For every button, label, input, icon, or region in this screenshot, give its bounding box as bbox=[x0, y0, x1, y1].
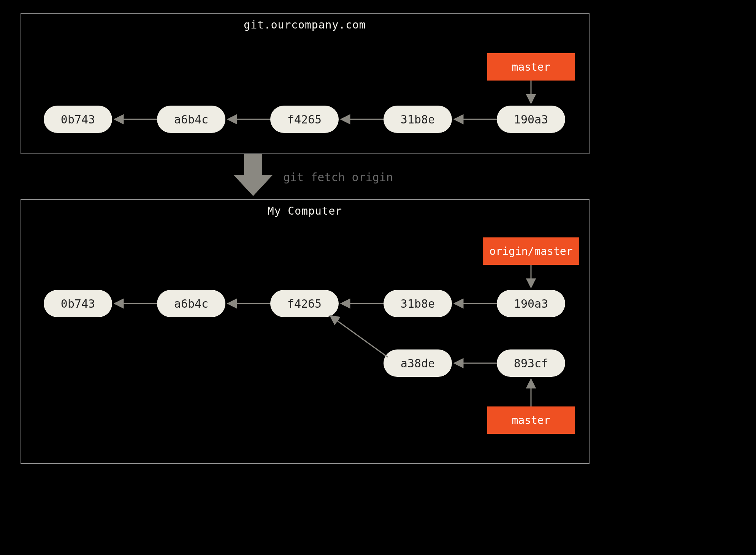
remote-commit-2: f4265 bbox=[270, 106, 339, 133]
svg-text:31b8e: 31b8e bbox=[401, 297, 435, 310]
svg-text:master: master bbox=[512, 61, 550, 73]
svg-text:893cf: 893cf bbox=[514, 357, 548, 370]
local-branch-origin-master: origin/master bbox=[483, 237, 579, 265]
local-commit-top-2: f4265 bbox=[270, 290, 339, 317]
svg-text:f4265: f4265 bbox=[287, 113, 322, 126]
remote-commit-4: 190a3 bbox=[497, 106, 565, 133]
local-commit-top-0: 0b743 bbox=[44, 290, 112, 317]
svg-text:a38de: a38de bbox=[401, 357, 435, 370]
local-commit-bottom-1: 893cf bbox=[497, 349, 565, 377]
local-branch-master: master bbox=[487, 406, 575, 434]
svg-text:31b8e: 31b8e bbox=[401, 113, 435, 126]
remote-title: git.ourcompany.com bbox=[244, 19, 366, 31]
remote-commit-1: a6b4c bbox=[157, 106, 225, 133]
svg-text:master: master bbox=[512, 414, 550, 427]
local-title: My Computer bbox=[268, 205, 342, 217]
local-panel: My Computer origin/master 0b743 a6b4c f4… bbox=[21, 199, 589, 463]
svg-text:190a3: 190a3 bbox=[514, 297, 548, 310]
svg-text:0b743: 0b743 bbox=[61, 297, 95, 310]
svg-text:0b743: 0b743 bbox=[61, 113, 95, 126]
local-commit-top-4: 190a3 bbox=[497, 290, 565, 317]
remote-commit-3: 31b8e bbox=[384, 106, 452, 133]
fetch-command-label: git fetch origin bbox=[283, 171, 393, 184]
local-commit-top-3: 31b8e bbox=[384, 290, 452, 317]
local-commit-bottom-0: a38de bbox=[384, 349, 452, 377]
local-commit-top-1: a6b4c bbox=[157, 290, 225, 317]
svg-text:190a3: 190a3 bbox=[514, 113, 548, 126]
remote-panel: git.ourcompany.com master 0b743 a6b4c f4… bbox=[21, 13, 589, 154]
fetch-arrow-icon bbox=[233, 154, 273, 196]
remote-branch-master: master bbox=[487, 53, 575, 81]
local-arrow-b0-top2 bbox=[331, 316, 388, 357]
remote-commit-0: 0b743 bbox=[44, 106, 112, 133]
svg-text:origin/master: origin/master bbox=[489, 245, 572, 258]
svg-text:f4265: f4265 bbox=[287, 297, 322, 310]
svg-text:a6b4c: a6b4c bbox=[174, 297, 208, 310]
svg-text:a6b4c: a6b4c bbox=[174, 113, 208, 126]
